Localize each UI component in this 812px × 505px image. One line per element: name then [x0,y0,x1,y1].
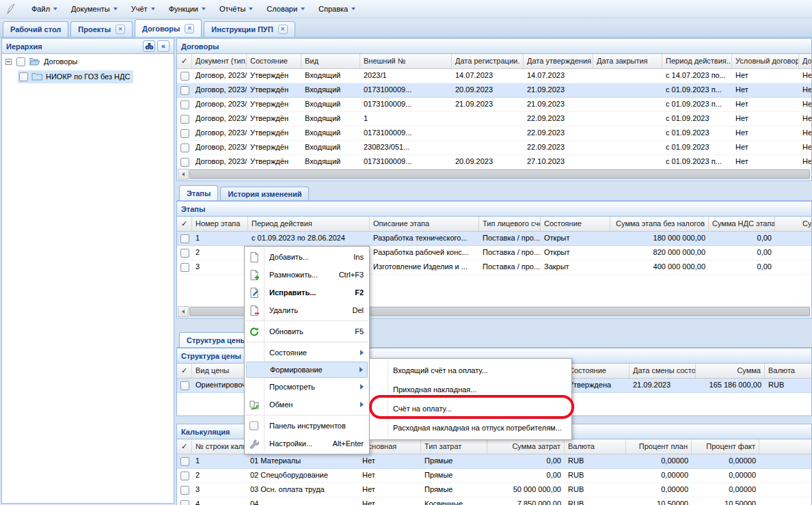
column-header[interactable]: Состояние [247,54,301,68]
tab-contracts[interactable]: Договоры✕ [135,19,202,37]
tree-node-contracts[interactable]: Договоры [2,54,174,69]
table-cell[interactable]: Договор, 2023/... [192,98,247,111]
table-row[interactable]: 303 Осн. оплата трудаНетПрямые50 000 000… [177,483,811,497]
table-cell[interactable]: RUB [565,483,626,497]
menu-item-add[interactable]: Добавить... Ins [245,248,369,266]
table-cell[interactable]: 21.09.2023 [452,98,524,111]
table-cell[interactable]: 10,50000 [692,497,759,505]
table-cell[interactable]: Договор, 2023/... [192,112,247,126]
column-header[interactable]: Состояние [541,217,610,231]
row-checkbox[interactable] [180,486,189,495]
table-cell[interactable]: Утверждён [247,155,301,169]
row-checkbox[interactable] [180,381,189,390]
table-cell[interactable]: с 01.09.2023 п... [662,155,732,169]
row-checkbox[interactable] [180,86,189,95]
table-cell[interactable]: Нет [799,83,812,97]
binoculars-icon[interactable] [143,40,155,52]
table-row[interactable]: Договор, 2023/...УтверждёнВходящий230823… [177,141,812,155]
column-header[interactable]: Процент факт [692,439,759,454]
table-cell[interactable]: Входящий [301,112,360,126]
table-cell[interactable]: 0173100009... [360,155,452,169]
menu-item-toolbar[interactable]: Панель инструментов [245,417,369,435]
column-header[interactable]: Сумма НДС этапа [709,217,775,231]
table-cell[interactable] [593,83,662,97]
table-cell[interactable]: Прямые [421,483,487,497]
table-cell[interactable]: 2 [192,469,247,482]
column-header[interactable]: Тип лицевого счёт [479,217,541,231]
table-cell[interactable]: 230823/051... [360,141,452,154]
table-cell[interactable]: с 14.07.2023 по... [662,69,732,83]
table-cell[interactable]: Входящий [301,69,360,83]
column-header[interactable]: Валюта [765,364,812,378]
table-cell[interactable]: 20.09.2023 [452,155,524,169]
column-header[interactable]: Условный договор [732,54,799,68]
table-cell[interactable]: Утверждена [565,379,630,392]
table-cell[interactable]: 22.09.2023 [524,141,593,154]
table-cell[interactable]: 400 000 000,00 [610,260,709,274]
table-cell[interactable]: 0,00000 [626,454,692,468]
column-header[interactable]: Вид [301,54,360,68]
close-icon[interactable]: ✕ [116,25,125,34]
table-cell[interactable]: 21.09.2023 [630,379,696,392]
table-cell[interactable]: Нет [799,112,812,126]
column-header[interactable]: Сумма затрат [487,439,565,454]
table-cell[interactable]: Разработка рабочей конс... [370,246,479,260]
table-cell[interactable]: 0,00 [709,232,775,245]
table-cell[interactable]: 04 ... [247,497,359,505]
table-cell[interactable]: Нет [359,497,421,505]
table-cell[interactable]: Договор, 2023/... [192,126,247,140]
table-cell[interactable]: Нет [732,155,799,169]
column-header[interactable]: Договор [799,54,812,68]
table-cell[interactable]: 0,00000 [692,483,759,497]
table-cell[interactable]: RUB [565,469,626,482]
table-row[interactable]: Договор, 2023/...УтверждёнВходящий017310… [177,98,812,112]
table-cell[interactable] [593,98,662,111]
row-checkbox[interactable] [180,115,189,124]
table-cell[interactable] [593,112,662,126]
table-cell[interactable]: 0,00 [709,260,775,274]
select-all-header[interactable]: ✓ [177,54,192,68]
table-cell[interactable]: 21.09.2023 [524,98,593,111]
table-cell[interactable]: Утверждён [247,98,301,111]
column-header[interactable]: Валюта [565,439,626,454]
table-cell[interactable] [452,112,524,126]
table-cell[interactable] [775,246,812,260]
table-row[interactable]: 404 ...НетКосвенные7 850 000,00RUB10,500… [177,497,811,505]
table-cell[interactable]: Нет [359,483,421,497]
row-checkbox[interactable] [180,500,189,505]
scrollbar-thumb[interactable] [189,169,810,179]
table-cell[interactable]: 0173100009... [360,126,452,140]
table-cell[interactable] [593,69,662,83]
table-cell[interactable] [593,141,662,154]
column-header[interactable]: № строки каль [192,439,247,454]
table-cell[interactable]: Входящий [301,141,360,154]
table-cell[interactable]: с 01.09.2023 п... [662,98,732,111]
column-header[interactable]: Период действия [248,217,370,231]
column-header[interactable]: Описание этапа [370,217,479,231]
table-cell[interactable]: 10,50000 [626,497,692,505]
submenu-item-receipt-note[interactable]: Приходная накладная... [370,380,571,399]
table-cell[interactable]: Изготовление Изделия и ... [370,260,479,274]
menu-dictionaries[interactable]: Словари [260,2,312,16]
table-cell[interactable]: 14.07.2023 [524,69,593,83]
select-all-header[interactable]: ✓ [177,364,192,378]
tab-desktop[interactable]: Рабочий стол [3,21,68,37]
table-cell[interactable]: 14.07.2023 [452,69,524,83]
table-cell[interactable]: Разработка технического... [370,232,479,245]
menu-documents[interactable]: Документы [64,2,124,16]
table-cell[interactable]: Утверждён [247,141,301,154]
table-cell[interactable]: 3 [192,483,247,497]
menu-item-view[interactable]: Просмотреть [245,378,369,396]
table-cell[interactable]: 7 850 000,00 [487,497,565,505]
table-cell[interactable]: 0,00000 [626,469,692,482]
table-cell[interactable]: с 01.09.2023 [662,141,732,154]
close-icon[interactable]: ✕ [185,24,194,33]
table-cell[interactable]: RUB [565,454,626,468]
table-cell[interactable]: Поставка / про... [479,232,541,245]
table-cell[interactable]: с 01.09.2023 по 28.06.2024 [248,232,370,245]
table-cell[interactable]: 20.09.2023 [452,83,524,97]
row-checkbox[interactable] [180,263,189,272]
table-cell[interactable]: 0,00000 [626,483,692,497]
table-cell[interactable]: Входящий [301,126,360,140]
table-cell[interactable]: Открыт [541,232,610,245]
